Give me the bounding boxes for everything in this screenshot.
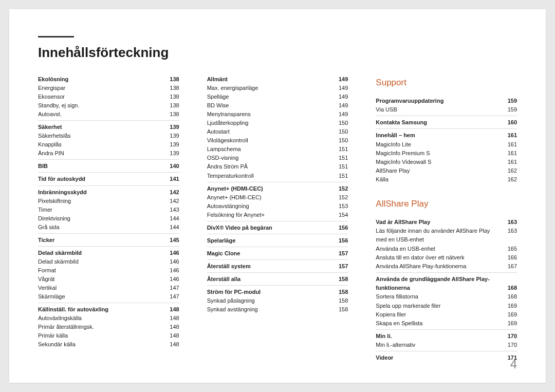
toc-entry[interactable]: MagicInfo Premium S161 (376, 149, 517, 158)
toc-entry[interactable]: Standby, ej sign.138 (38, 101, 179, 110)
toc-entry[interactable]: Säkerhetslås139 (38, 132, 179, 140)
toc-entry[interactable]: Vilolägeskontroll150 (207, 136, 348, 145)
toc-entry[interactable]: OSD-visning151 (207, 154, 348, 162)
toc-entry-bold[interactable]: Ticker145 (38, 236, 179, 245)
toc-entry[interactable]: Knapplås139 (38, 140, 179, 149)
toc-entry-bold[interactable]: Innehåll – hem161 (376, 131, 517, 140)
toc-entry-bold[interactable]: Min li.170 (376, 332, 517, 341)
toc-entry-bold[interactable]: Ekolösning138 (38, 75, 179, 84)
toc-label: Vågrät (38, 275, 165, 284)
toc-entry[interactable]: Autoavst.138 (38, 110, 179, 119)
toc-entry[interactable]: Autoväxlingskälla148 (38, 314, 179, 323)
toc-label: DivX® Video på begäran (207, 223, 334, 232)
toc-entry[interactable]: Läs följande innan du använder AllShare … (376, 227, 517, 244)
toc-entry-bold[interactable]: Ström för PC-modul158 (207, 288, 348, 296)
toc-entry[interactable]: Vågrät146 (38, 275, 179, 284)
toc-entry[interactable]: Menytransparens149 (207, 110, 348, 119)
toc-entry[interactable]: AllShare Play162 (376, 166, 517, 175)
toc-entry[interactable]: Ljudåterkoppling150 (207, 119, 348, 127)
toc-entry[interactable]: Autoavstängning153 (207, 202, 348, 211)
toc-entry[interactable]: Ändra PIN139 (38, 149, 179, 158)
toc-label: Använda AllShare Play-funktionerna (376, 262, 503, 271)
toc-page: 148 (165, 340, 179, 349)
toc-label: Sekundär källa (38, 340, 165, 349)
toc-page: 139 (165, 132, 179, 140)
toc-entry-bold[interactable]: Återställ system157 (207, 262, 348, 271)
toc-label: Tid för autoskydd (38, 175, 165, 183)
toc-entry[interactable]: Ekosensor138 (38, 92, 179, 101)
toc-entry[interactable]: Spela upp markerade filer169 (376, 302, 517, 310)
toc-entry[interactable]: Skärmläge147 (38, 292, 179, 301)
toc-entry[interactable]: Format146 (38, 266, 179, 275)
toc-entry-bold[interactable]: BIB140 (38, 162, 179, 171)
toc-page: 151 (334, 154, 348, 162)
toc-entry[interactable]: Synkad avstängning158 (207, 305, 348, 314)
toc-entry[interactable]: Via USB159 (376, 105, 517, 114)
toc-entry[interactable]: Ändra Ström PÅ151 (207, 162, 348, 171)
toc-column-1: Ekolösning138Energispar138Ekosensor138St… (38, 75, 179, 362)
toc-page: 151 (334, 162, 348, 171)
toc-entry[interactable]: Autostart150 (207, 127, 348, 136)
toc-label: Använda de grundläggande AllShare Play- (376, 275, 517, 284)
toc-entry-bold[interactable]: Delad skärmbild146 (38, 249, 179, 257)
toc-entry[interactable]: Synkad påslagning158 (207, 296, 348, 305)
toc-page: 163 (503, 218, 517, 227)
toc-entry[interactable]: MagicInfo Lite161 (376, 140, 517, 149)
toc-entry[interactable]: Min li.-alternativ170 (376, 341, 517, 349)
toc-entry-bold[interactable]: DivX® Video på begäran156 (207, 223, 348, 232)
toc-entry-bold[interactable]: funktionerna168 (376, 284, 517, 292)
toc-entry[interactable]: Spelläge149 (207, 92, 348, 101)
toc-entry[interactable]: Använda en USB-enhet165 (376, 245, 517, 253)
toc-entry[interactable]: Direktvisning144 (38, 214, 179, 223)
toc-page: 149 (334, 110, 348, 119)
toc-entry-bold[interactable]: Spelarläge156 (207, 236, 348, 245)
toc-entry-bold[interactable]: Använda de grundläggande AllShare Play- (376, 275, 517, 284)
toc-entry[interactable]: Skapa en Spellista169 (376, 319, 517, 328)
toc-page: 146 (165, 275, 179, 284)
toc-page: 157 (334, 262, 348, 271)
toc-entry[interactable]: Källa162 (376, 175, 517, 184)
toc-entry-bold[interactable]: Anynet+ (HDMI-CEC)152 (207, 184, 348, 193)
toc-entry[interactable]: Temperaturkontroll151 (207, 172, 348, 180)
toc-entry[interactable]: MagicInfo Videowall S161 (376, 158, 517, 166)
toc-entry-bold[interactable]: Videor171 (376, 353, 517, 362)
toc-entry-bold[interactable]: Allmänt149 (207, 75, 348, 84)
toc-entry-bold[interactable]: Tid för autoskydd141 (38, 175, 179, 183)
toc-entry[interactable]: Pixelskiftning142 (38, 197, 179, 206)
toc-entry-bold[interactable]: Säkerhet139 (38, 123, 179, 132)
toc-label: MagicInfo Lite (376, 140, 503, 149)
toc-entry-bold[interactable]: Magic Clone157 (207, 249, 348, 258)
toc-entry[interactable]: Grå sida144 (38, 223, 179, 232)
toc-entry[interactable]: Primär källa148 (38, 331, 179, 340)
toc-entry[interactable]: Felsökning för Anynet+154 (207, 211, 348, 219)
toc-entry[interactable]: Timer143 (38, 206, 179, 214)
toc-entry[interactable]: Sekundär källa148 (38, 340, 179, 349)
toc-entry[interactable]: Primär återställningsk.148 (38, 323, 179, 331)
toc-label: Spelarläge (207, 236, 334, 245)
toc-page: 138 (165, 110, 179, 119)
toc-page: 138 (165, 84, 179, 92)
toc-entry[interactable]: Vertikal147 (38, 284, 179, 292)
toc-divider (376, 116, 517, 116)
toc-entry[interactable]: BD Wise149 (207, 101, 348, 110)
toc-entry[interactable]: Sortera fillistorna168 (376, 292, 517, 301)
toc-entry[interactable]: Max. energisparläge149 (207, 84, 348, 92)
toc-label: Ekolösning (38, 75, 165, 84)
toc-entry[interactable]: Delad skärmbild146 (38, 257, 179, 266)
toc-entry-bold[interactable]: Inbränningsskydd142 (38, 188, 179, 197)
toc-entry-bold[interactable]: Kontakta Samsung160 (376, 118, 517, 127)
toc-page: 148 (165, 331, 179, 340)
toc-entry[interactable]: Anynet+ (HDMI-CEC)152 (207, 193, 348, 202)
toc-entry[interactable]: Kopiera filer169 (376, 310, 517, 319)
toc-entry[interactable]: Lampschema151 (207, 145, 348, 154)
toc-entry-bold[interactable]: Återställ alla158 (207, 275, 348, 284)
toc-label: Min li. (376, 332, 503, 341)
toc-entry-bold[interactable]: Källinställ. för autoväxling148 (38, 305, 179, 314)
toc-page: 159 (503, 105, 517, 114)
toc-entry[interactable]: Energispar138 (38, 84, 179, 92)
toc-label: Delad skärmbild (38, 249, 165, 257)
toc-entry-bold[interactable]: Vad är AllShare Play163 (376, 218, 517, 227)
toc-entry[interactable]: Använda AllShare Play-funktionerna167 (376, 262, 517, 271)
toc-entry-bold[interactable]: Programvaruuppdatering159 (376, 97, 517, 105)
toc-entry[interactable]: Ansluta till en dator över ett nätverk16… (376, 253, 517, 262)
